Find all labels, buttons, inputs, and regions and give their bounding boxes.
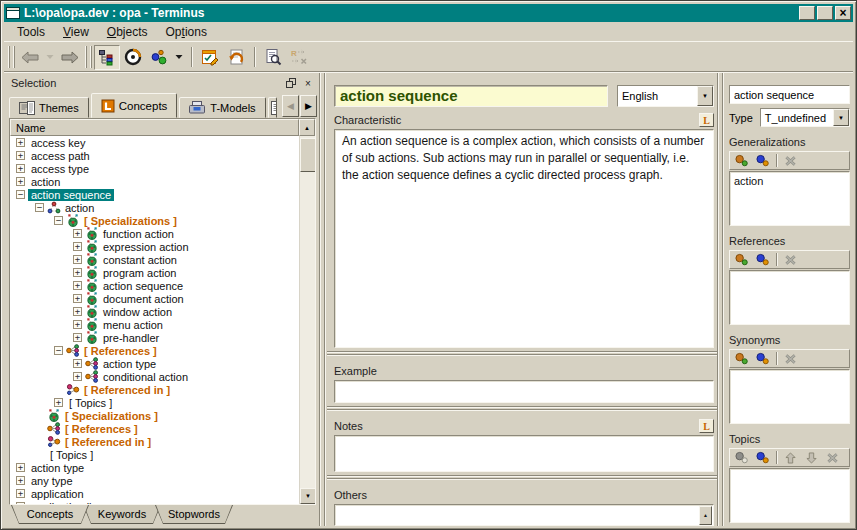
tree-item[interactable]: −action bbox=[10, 201, 299, 214]
tree-item[interactable]: −[ References ] bbox=[10, 344, 299, 357]
tree-item[interactable]: +constant action bbox=[10, 253, 299, 266]
history-dropdown-button[interactable] bbox=[43, 45, 57, 70]
references-list[interactable] bbox=[729, 270, 850, 325]
tree-item[interactable]: +window action bbox=[10, 305, 299, 318]
tree-item[interactable]: [ Referenced in ] bbox=[10, 435, 299, 448]
bottom-tab-keywords[interactable]: Keywords bbox=[83, 505, 161, 524]
tree-item[interactable]: +[ Topics ] bbox=[10, 396, 299, 409]
tree-item[interactable]: [ Topics ] bbox=[10, 448, 299, 461]
tree-item[interactable]: −action sequence bbox=[10, 188, 299, 201]
menu-view[interactable]: View bbox=[54, 23, 98, 41]
expand-toggle[interactable]: + bbox=[73, 359, 82, 368]
expand-toggle[interactable]: + bbox=[16, 177, 25, 186]
add-concept-link-button[interactable] bbox=[754, 450, 771, 465]
expand-toggle[interactable]: + bbox=[73, 229, 82, 238]
expand-toggle[interactable]: + bbox=[73, 242, 82, 251]
section-splitter[interactable] bbox=[327, 406, 717, 413]
expand-toggle[interactable]: + bbox=[73, 333, 82, 342]
expand-toggle[interactable]: + bbox=[73, 281, 82, 290]
add-generalization-button[interactable] bbox=[733, 153, 750, 168]
others-textarea[interactable]: ▲ ▼ bbox=[334, 504, 714, 526]
expand-toggle[interactable]: + bbox=[73, 372, 82, 381]
scroll-up-button[interactable]: ▲ bbox=[299, 119, 315, 136]
tree-item[interactable]: +program action bbox=[10, 266, 299, 279]
expand-toggle[interactable]: + bbox=[73, 294, 82, 303]
add-concept-link-button[interactable] bbox=[754, 153, 771, 168]
name-column-header[interactable]: Name bbox=[10, 119, 299, 136]
close-button[interactable]: × bbox=[835, 6, 851, 20]
expand-toggle[interactable]: + bbox=[16, 151, 25, 160]
expand-toggle[interactable]: + bbox=[73, 307, 82, 316]
topics-list[interactable] bbox=[729, 468, 850, 523]
add-generalization-button[interactable] bbox=[733, 252, 750, 267]
expand-toggle[interactable]: + bbox=[16, 502, 25, 504]
back-button[interactable] bbox=[17, 45, 43, 70]
expand-toggle[interactable]: + bbox=[16, 476, 25, 485]
notes-textarea[interactable] bbox=[334, 435, 714, 472]
tree-item[interactable]: +function action bbox=[10, 227, 299, 240]
preview-button[interactable] bbox=[260, 45, 286, 70]
move-up-button[interactable] bbox=[782, 450, 799, 465]
tree-item[interactable]: +access path bbox=[10, 149, 299, 162]
tree-item[interactable]: [ References ] bbox=[10, 422, 299, 435]
tree-item[interactable]: +action sequence bbox=[10, 279, 299, 292]
expand-toggle[interactable]: − bbox=[35, 203, 44, 212]
remove-button[interactable] bbox=[824, 450, 841, 465]
tree-item[interactable]: +expression action bbox=[10, 240, 299, 253]
expand-toggle[interactable]: − bbox=[54, 216, 63, 225]
right-splitter[interactable] bbox=[717, 73, 724, 526]
tree-item[interactable]: +action bbox=[10, 175, 299, 188]
remove-button[interactable] bbox=[782, 351, 799, 366]
tree-item[interactable]: +access type bbox=[10, 162, 299, 175]
term-title-field[interactable]: action sequence bbox=[334, 85, 608, 107]
tab-themes[interactable]: Themes bbox=[9, 97, 89, 118]
expand-toggle[interactable]: + bbox=[16, 489, 25, 498]
tree-view-button[interactable] bbox=[94, 45, 120, 70]
tree-item[interactable]: +pre-handler bbox=[10, 331, 299, 344]
spin-up-button[interactable]: ▲ bbox=[699, 506, 712, 525]
characteristic-textarea[interactable]: An action sequence is a complex action, … bbox=[334, 129, 714, 348]
tree-item[interactable]: +action type bbox=[10, 461, 299, 474]
list-item[interactable]: action bbox=[734, 174, 845, 188]
chevron-down-icon[interactable]: ▼ bbox=[833, 109, 849, 126]
tree-item[interactable]: [ Specializations ] bbox=[10, 409, 299, 422]
generalizations-list[interactable]: action bbox=[729, 171, 850, 226]
tab-more[interactable] bbox=[268, 97, 277, 118]
scroll-down-button[interactable]: ▼ bbox=[300, 488, 315, 504]
target-button[interactable] bbox=[120, 45, 146, 70]
expand-toggle[interactable]: + bbox=[54, 398, 63, 407]
minimize-button[interactable] bbox=[799, 6, 815, 20]
tree-item[interactable]: +application bbox=[10, 487, 299, 500]
section-splitter[interactable] bbox=[327, 351, 717, 358]
bottom-tab-concepts[interactable]: Concepts bbox=[11, 505, 89, 524]
tree-item[interactable]: +access key bbox=[10, 136, 299, 149]
tree-item[interactable]: +conditional action bbox=[10, 370, 299, 383]
bottom-tab-stopwords[interactable]: Stopwords bbox=[155, 505, 233, 524]
tree-item[interactable]: −[ Specializations ] bbox=[10, 214, 299, 227]
scrollbar-thumb[interactable] bbox=[300, 138, 315, 172]
edit-properties-button[interactable] bbox=[197, 45, 223, 70]
language-indicator-icon[interactable]: L bbox=[699, 113, 714, 127]
type-select[interactable]: T_undefined ▼ bbox=[760, 108, 850, 127]
expand-toggle[interactable]: − bbox=[54, 346, 63, 355]
add-generalization-button[interactable] bbox=[733, 351, 750, 366]
expand-toggle[interactable]: − bbox=[16, 190, 25, 199]
chevron-down-icon[interactable]: ▼ bbox=[697, 86, 713, 106]
tree-item[interactable]: +menu action bbox=[10, 318, 299, 331]
example-textarea[interactable] bbox=[334, 380, 714, 403]
move-down-button[interactable] bbox=[803, 450, 820, 465]
expand-toggle[interactable]: + bbox=[73, 320, 82, 329]
menu-options[interactable]: Options bbox=[157, 23, 216, 41]
tree-item[interactable]: +any type bbox=[10, 474, 299, 487]
rebuild-button[interactable]: R bbox=[286, 45, 312, 70]
add-concept-link-button[interactable] bbox=[754, 351, 771, 366]
language-indicator-icon[interactable]: L bbox=[699, 419, 714, 433]
expand-toggle[interactable]: + bbox=[73, 255, 82, 264]
add-concept-link-button[interactable] bbox=[754, 252, 771, 267]
close-panel-button[interactable]: × bbox=[301, 77, 315, 90]
tab-scroll-right-button[interactable]: ▶ bbox=[300, 95, 317, 117]
relations-dropdown-button[interactable] bbox=[172, 45, 186, 70]
tree-item[interactable]: +application license bbox=[10, 500, 299, 504]
tree-item[interactable]: +action type bbox=[10, 357, 299, 370]
language-select[interactable]: English ▼ bbox=[617, 85, 714, 107]
